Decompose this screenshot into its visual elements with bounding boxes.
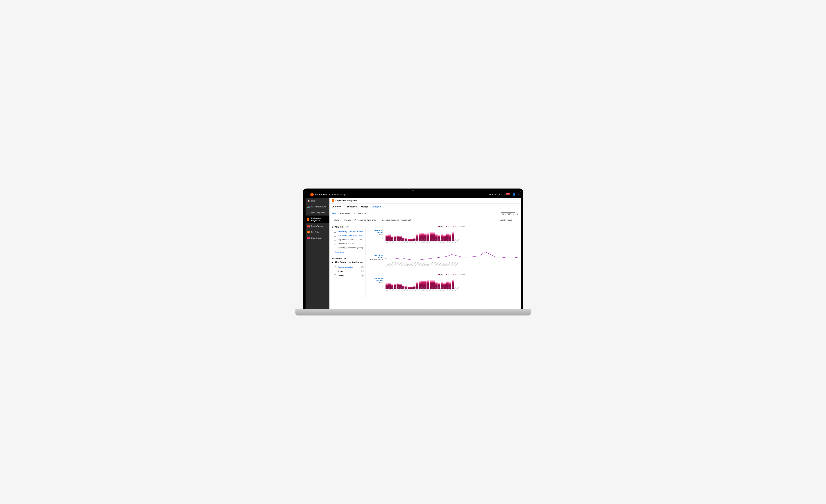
api-item-get-parts-details[interactable]: Get Parts Details (9.2 ms) [332,234,364,238]
api-tree-panel: ▼ APIs (38) ? Inventory Lookup (10 ms) G… [332,226,366,298]
sidebar-item-application-integration[interactable]: Application Integration [305,215,330,223]
subtab-processes[interactable]: Processes [340,212,350,216]
product-name: Operational Insights [328,193,348,196]
x-axis-labels: 08:00 AM09:00 AM10:00 AM11:00 AM12:00 PM… [385,265,519,270]
screen: ≡ Informatica Operational Insights ⌄ IIC… [305,191,521,309]
sidebar: Home All Infrastructure Data Integration… [305,198,330,309]
subtab-apis[interactable]: APIs [332,212,337,216]
tab-overview[interactable]: Overview [332,204,341,210]
api-item-expedited-purchase[interactable]: Expedited Purchase (7 ms) [332,238,364,242]
page-title: Application Integration [335,199,357,202]
home-icon [307,199,310,202]
api-item-fulfillment[interactable]: Fulfillment (6.9 ms) [332,242,364,246]
sidebar-item-home[interactable]: Home [305,198,330,204]
chart-subtitle: Errors [367,234,383,236]
api-item-workday-notification[interactable]: Workday Notification (6 ms) [332,246,364,250]
sidebar-item-big-data[interactable]: DvBig Data [305,229,330,235]
account-switcher[interactable]: IICS iPaaS ⌄ [489,193,502,196]
infra-icon [307,205,310,208]
chart-title: Inventory Lookup [367,254,383,258]
notification-badge: 36 [506,193,510,195]
topbar: ≡ Informatica Operational Insights ⌄ IIC… [305,191,521,198]
tab-usage[interactable]: Usage [361,204,368,210]
chart-title: Inventory Lookup [367,229,383,234]
agg-item-sales[interactable]: #sales? [332,273,364,277]
filter-response-time[interactable]: Response Time (ms) [354,219,375,221]
brand-name: Informatica [315,193,327,196]
sidebar-item-infrastructure[interactable]: All Infrastructure [305,204,330,210]
time-range-picker[interactable]: Last 24 hours♦ [498,218,516,222]
bar-chart: 6050403020100 [385,276,519,289]
agg-item-manufacturing[interactable]: #manufacturing? [332,265,364,269]
charts-panel: Inventory Lookup Errors 500403310203 605… [367,226,519,298]
help-circle-icon[interactable]: ? [361,270,364,272]
line-chart: 20181614121086420 [385,250,519,264]
menu-icon[interactable]: ≡ [307,193,309,196]
chart-inventory-errors: Inventory Lookup Errors 500403310203 605… [367,226,519,247]
agg-item-capex[interactable]: #capex? [332,269,364,273]
bar-chart: 6050403020100 [385,228,519,241]
chart-legend: 500403310203 [385,273,519,275]
main-tabs: Overview Processes Usage Analysis [330,204,521,210]
month-picker[interactable]: Nov 2019♦ [501,212,515,216]
chart-subtitle: Errors [367,282,383,284]
filter-incoming-requests[interactable]: Incoming Requests (Thousands) [379,219,411,221]
grouped-header[interactable]: ▼ APIs Grouped by Application [332,261,364,263]
chart-title: Get Parts Details [367,277,383,282]
data-integration-icon [307,211,310,214]
laptop-frame: ≡ Informatica Operational Insights ⌄ IIC… [303,189,523,309]
x-axis-labels: 08:00 AM09:00 AM10:00 AM11:00 AM12:00 PM… [385,290,519,295]
tab-analysis[interactable]: Analysis [372,204,381,210]
laptop-base [295,309,531,315]
aggregates-title: AGGREGATES [332,257,364,260]
breadcrumb: Application Integration [330,198,521,204]
chevron-down-icon[interactable]: ⌄ [348,194,350,196]
tab-processes[interactable]: Processes [346,204,357,210]
powercenter-icon: PC [307,225,310,228]
notifications-icon[interactable]: ⚐ [504,193,506,196]
sidebar-item-data-integration[interactable]: Data Integration [305,210,330,215]
show-label: Show: [334,219,340,221]
dataquality-icon: DQ [307,237,310,239]
chart-subtitle: Response Time [367,258,383,260]
sub-tabs: APIs Processes Connections [332,212,366,216]
sidebar-item-data-quality[interactable]: DQData Quality [305,235,330,241]
breadcrumb-icon [332,199,334,202]
show-more-link[interactable]: Show more [332,250,364,255]
logo-icon [310,192,314,197]
sidebar-item-powercenter[interactable]: PCPowerCenter [305,223,330,229]
app-integration-icon [307,218,310,221]
subtab-connections[interactable]: Connections [354,212,366,216]
main-content: Application Integration Overview Process… [330,198,521,309]
help-circle-icon[interactable]: ? [346,226,349,228]
help-icon[interactable]: ? [517,193,519,196]
chart-inventory-response-time: Inventory Lookup Response Time 201816141… [367,250,519,270]
camera-dot [412,190,414,191]
bigdata-icon: Dv [307,231,310,233]
filter-errors[interactable]: Errors [343,219,351,221]
x-axis-labels: 08:00 AM09:00 AM10:00 AM11:00 AM12:00 PM… [385,242,519,247]
help-circle-icon[interactable]: ? [361,266,364,268]
download-icon[interactable]: ↓ [517,213,519,215]
filter-row: Show: Errors Response Time (ms) Incoming… [332,216,519,224]
chart-legend: 500403310203 [385,226,519,228]
help-circle-icon[interactable]: ? [361,274,364,276]
chart-parts-errors: Get Parts Details Errors 500403310203 60… [367,273,519,295]
apis-header[interactable]: ▼ APIs (38) ? [332,226,364,228]
user-icon[interactable]: 👤 [512,193,516,196]
api-item-inventory-lookup[interactable]: Inventory Lookup (10 ms) [332,230,364,234]
